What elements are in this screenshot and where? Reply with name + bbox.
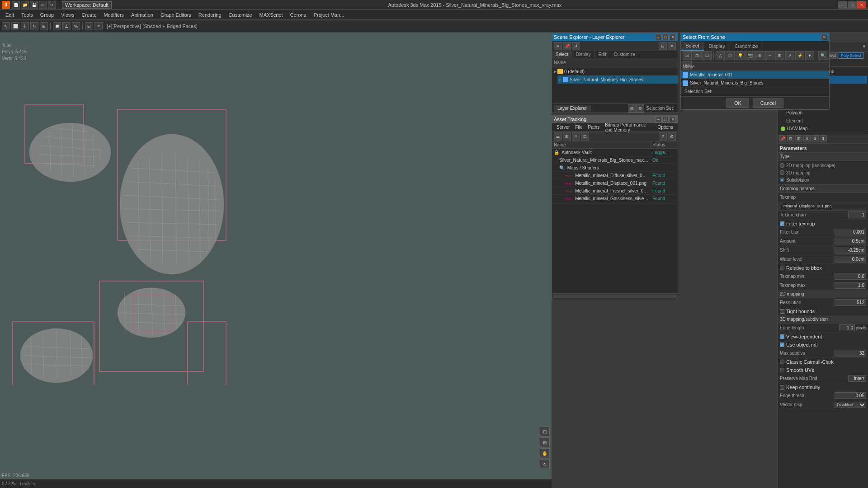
sfs-search-icon[interactable]: 🔍 xyxy=(818,51,827,60)
menu-corona[interactable]: Corona xyxy=(287,11,310,19)
select-object-icon[interactable]: ↖ xyxy=(2,22,10,30)
zoom-all-btn[interactable]: ⊞ xyxy=(540,437,550,447)
workspace-selector[interactable]: Workspace: Default xyxy=(62,1,112,9)
se-pin-icon[interactable]: 📌 xyxy=(563,42,571,50)
menu-animation[interactable]: Animation xyxy=(127,11,157,19)
sfs-tab-display[interactable]: Display xyxy=(704,42,730,50)
ribbon-icon[interactable]: ≡ xyxy=(94,22,103,30)
vector-disp-select[interactable]: Disabled xyxy=(835,402,866,408)
maximize-button[interactable]: □ xyxy=(848,1,857,9)
se-tab-edit[interactable]: Edit xyxy=(595,51,610,58)
asset-row-maps[interactable]: 🔍 Maps / Shaders xyxy=(552,164,678,172)
menu-group[interactable]: Group xyxy=(37,11,58,19)
se-layers-icon[interactable]: ⊟ xyxy=(659,42,667,50)
at-list-icon[interactable]: ☰ xyxy=(554,132,562,141)
filter-blur-input[interactable] xyxy=(835,229,866,235)
mod-pin-icon[interactable]: 📌 xyxy=(779,135,786,142)
at-detail-icon[interactable]: ≡ xyxy=(572,132,580,141)
shift-input[interactable] xyxy=(835,247,866,253)
menu-rendering[interactable]: Rendering xyxy=(195,11,225,19)
orbit-btn[interactable]: ↻ xyxy=(540,459,550,469)
snap-toggle-icon[interactable]: 🔲 xyxy=(53,22,61,30)
viewport-canvas[interactable]: Total Polys: 5.415 Verts: 5.423 FPS: 206… xyxy=(0,33,552,480)
pan-btn[interactable]: ✋ xyxy=(540,448,550,458)
se-tab-select[interactable]: Select xyxy=(552,51,572,58)
common-params-header[interactable]: Common params xyxy=(778,185,868,193)
asset-menu-file[interactable]: File xyxy=(572,124,585,130)
sfs-groups-icon[interactable]: ⊞ xyxy=(775,51,784,60)
mod-uvw-map[interactable]: UVW Map xyxy=(779,125,867,133)
mod-remove-icon[interactable]: ✕ xyxy=(803,135,811,142)
filter-texmap-checkbox[interactable]: ✓ xyxy=(780,221,784,226)
tree-item-stones[interactable]: ▸ Silver_Natural_Minerals_Big_Stones xyxy=(557,75,678,84)
se-bottom-icon[interactable]: ⊟ xyxy=(628,104,636,113)
asset-row-maxfile[interactable]: Silver_Natural_Minerals_Big_Stones_max_v… xyxy=(552,156,678,164)
radio-2d-mapping[interactable]: 2D mapping (landscape) xyxy=(780,162,866,169)
at-large-icon[interactable]: ⊡ xyxy=(581,132,589,141)
param-type-header[interactable]: Type xyxy=(778,153,868,161)
asset-menu-options[interactable]: Options xyxy=(655,124,676,130)
view-dependent-checkbox[interactable]: ✓ xyxy=(780,334,784,339)
mapping-3d-header[interactable]: 3D mapping/subdivision xyxy=(778,315,868,324)
sfs-invert-icon[interactable]: ⊡ xyxy=(693,51,702,60)
sfs-cancel-button[interactable]: Cancel xyxy=(753,99,783,108)
resolution-input[interactable] xyxy=(835,299,866,306)
edge-thresh-input[interactable] xyxy=(835,392,866,399)
scene-explorer-maximize[interactable]: □ xyxy=(662,34,669,40)
at-close[interactable]: ✕ xyxy=(670,116,676,122)
asset-scrollbar[interactable] xyxy=(552,293,678,299)
mod-expand-icon[interactable]: ⬆ xyxy=(820,135,827,142)
max-subdivs-input[interactable] xyxy=(835,350,866,357)
mod-collapse-icon[interactable]: ⬇ xyxy=(811,135,819,142)
sfs-titlebar[interactable]: Select From Scene ✕ xyxy=(681,33,829,41)
select-region-icon[interactable]: ⬜ xyxy=(11,22,19,30)
sfs-close-icon[interactable]: ✕ xyxy=(821,34,827,40)
texmap-min-input[interactable] xyxy=(835,273,866,280)
se-settings-icon[interactable]: ⚙ xyxy=(636,104,644,113)
asset-row-diffuse[interactable]: PNG Metallic_mineral_Diffuse_silver_001.… xyxy=(552,172,678,179)
sfs-none-icon[interactable]: ☐ xyxy=(703,51,712,60)
sfs-filter-icon[interactable]: ▼ xyxy=(805,51,814,60)
mod-unique-icon[interactable]: ⊞ xyxy=(795,135,802,142)
at-maximize[interactable]: □ xyxy=(662,116,669,122)
mod-dropdown-icon[interactable]: ▼ xyxy=(862,44,866,49)
asset-row-vault[interactable]: 🔒 Autodesk Vault Logge... xyxy=(552,149,678,156)
layer-manager-icon[interactable]: ⊟ xyxy=(85,22,93,30)
move-icon[interactable]: ✛ xyxy=(21,22,29,30)
asset-row-glossiness[interactable]: PNG Metallic_mineral_Glossiness_silver_0… xyxy=(552,195,678,202)
params-header[interactable]: Parameters xyxy=(778,144,868,153)
open-icon[interactable]: 📁 xyxy=(21,1,29,9)
menu-customize[interactable]: Customize xyxy=(225,11,256,19)
menu-maxscript[interactable]: MAXScript xyxy=(256,11,287,19)
texmap-max-input[interactable] xyxy=(835,282,866,289)
se-options-icon[interactable]: ≡ xyxy=(668,42,676,50)
close-button[interactable]: ✕ xyxy=(857,1,866,9)
radio-subdivision[interactable]: Subdivision xyxy=(780,176,866,183)
amount-input[interactable] xyxy=(835,238,866,244)
se-close-icon[interactable]: ✕ xyxy=(554,42,562,50)
menu-views[interactable]: Views xyxy=(57,11,78,19)
at-help-icon[interactable]: ? xyxy=(659,132,667,141)
sfs-select-all-icon[interactable]: ☑ xyxy=(683,51,692,60)
menu-project[interactable]: Project Man... xyxy=(310,11,348,19)
sfs-geometry-icon[interactable]: △ xyxy=(716,51,725,60)
se-refresh-icon[interactable]: ↺ xyxy=(572,42,580,50)
sfs-bones-icon[interactable]: ⚡ xyxy=(795,51,804,60)
sfs-helpers-icon[interactable]: ⊕ xyxy=(755,51,764,60)
angle-snap-icon[interactable]: ∠ xyxy=(62,22,71,30)
asset-menu-paths[interactable]: Paths xyxy=(585,124,603,130)
smooth-uvs-checkbox[interactable] xyxy=(780,368,784,372)
scene-explorer-minimize[interactable]: ─ xyxy=(655,34,661,40)
sub-element[interactable]: Element xyxy=(781,117,865,125)
sfs-xrefs-icon[interactable]: ↗ xyxy=(785,51,794,60)
save-icon[interactable]: 💾 xyxy=(30,1,38,9)
asset-row-fresnel[interactable]: PNG Metallic_mineral_Fresnel_silver_001.… xyxy=(552,187,678,195)
menu-edit[interactable]: Edit xyxy=(2,11,18,19)
scale-icon[interactable]: ⊞ xyxy=(40,22,48,30)
se-tab-customize[interactable]: Customize xyxy=(610,51,639,58)
preserve-map-input[interactable] xyxy=(848,375,866,382)
radio-3d-mapping[interactable]: 3D mapping xyxy=(780,169,866,176)
scene-explorer-titlebar[interactable]: Scene Explorer - Layer Explorer ─ □ ✕ xyxy=(552,33,678,41)
water-level-input[interactable] xyxy=(835,256,866,263)
at-grid-icon[interactable]: ⊞ xyxy=(563,132,571,141)
